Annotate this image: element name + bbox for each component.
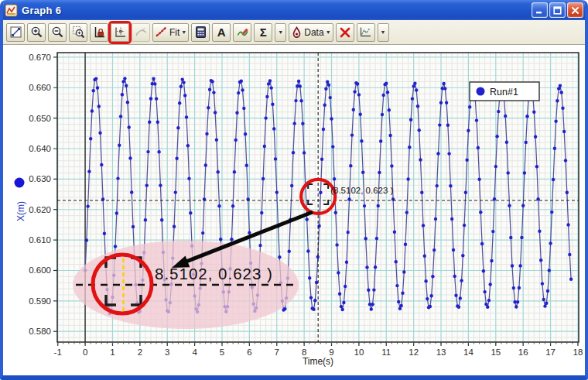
data-caret-icon: ▼ xyxy=(326,29,331,35)
window-icon xyxy=(5,4,18,17)
svg-text:10: 10 xyxy=(354,347,364,357)
svg-text:14: 14 xyxy=(463,347,473,357)
examine-button[interactable] xyxy=(111,23,129,42)
tangent-button[interactable] xyxy=(132,23,150,42)
svg-text:0.620: 0.620 xyxy=(29,205,51,214)
zoom-out-button[interactable] xyxy=(48,23,67,42)
autoscale-button[interactable] xyxy=(6,23,25,42)
examine-icon xyxy=(114,26,127,39)
graph-window: Graph 6 Fit ▼ xyxy=(0,0,588,380)
svg-text:15: 15 xyxy=(491,347,501,357)
x-axis-title: Time(s) xyxy=(303,356,333,367)
svg-text:0.670: 0.670 xyxy=(29,53,51,62)
fit-caret-icon: ▼ xyxy=(181,29,186,35)
svg-text:3: 3 xyxy=(165,347,169,357)
title-bar[interactable]: Graph 6 xyxy=(0,0,588,20)
svg-text:0.640: 0.640 xyxy=(29,144,51,153)
svg-text:18: 18 xyxy=(573,347,583,357)
statistics-caret-icon: ▼ xyxy=(278,29,283,35)
minimize-button[interactable] xyxy=(532,2,548,18)
maximize-button[interactable] xyxy=(549,2,566,18)
zoom-in-button[interactable] xyxy=(27,23,46,42)
curve-fit-icon xyxy=(155,26,168,39)
svg-text:7: 7 xyxy=(275,347,279,357)
zoom-select-button[interactable] xyxy=(69,23,87,42)
svg-text:0.580: 0.580 xyxy=(29,327,51,336)
data-button-label: Data xyxy=(304,27,323,38)
svg-text:5: 5 xyxy=(220,347,224,357)
graph-canvas[interactable]: -10123456789101112131415161718 0.5800.59… xyxy=(3,46,585,375)
svg-text:13: 13 xyxy=(436,347,446,357)
svg-text:17: 17 xyxy=(545,347,556,357)
calculator-button[interactable] xyxy=(191,23,210,42)
window-title: Graph 6 xyxy=(22,5,61,16)
draw-prediction-button[interactable] xyxy=(233,23,251,42)
statistics-icon: Σ xyxy=(260,26,267,39)
svg-text:12: 12 xyxy=(409,347,419,357)
y-axis-color-dot[interactable] xyxy=(15,178,25,188)
tangent-icon xyxy=(135,26,148,39)
graph-options-icon xyxy=(359,26,372,39)
svg-text:0.630: 0.630 xyxy=(29,174,51,183)
svg-text:0.590: 0.590 xyxy=(29,296,51,306)
svg-text:11: 11 xyxy=(381,347,391,357)
text-annotation-icon: A xyxy=(217,26,226,39)
zoom-out-icon xyxy=(51,26,64,39)
svg-text:-1: -1 xyxy=(54,347,62,357)
svg-text:0.610: 0.610 xyxy=(29,235,51,245)
autoscale-icon xyxy=(9,26,22,39)
lock-axes-icon xyxy=(93,26,106,39)
y-axis-title: X(m) xyxy=(15,201,26,221)
calculator-icon xyxy=(194,26,207,39)
data-menu-button[interactable]: Data ▼ xyxy=(289,23,333,42)
statistics-menu-button[interactable]: ▼ xyxy=(275,23,286,42)
svg-text:2: 2 xyxy=(138,347,142,357)
svg-text:0.660: 0.660 xyxy=(29,83,51,92)
zoom-select-icon xyxy=(72,26,85,39)
lock-axes-button[interactable] xyxy=(90,23,108,42)
graph-options-caret-icon: ▼ xyxy=(381,29,386,35)
delete-icon xyxy=(339,26,351,39)
text-annotation-button[interactable]: A xyxy=(212,23,231,42)
legend-label: Run#1 xyxy=(490,87,518,98)
svg-text:6: 6 xyxy=(247,347,251,357)
svg-text:16: 16 xyxy=(518,347,528,357)
data-droplet-icon xyxy=(291,26,303,39)
svg-text:4: 4 xyxy=(192,347,197,357)
close-button[interactable] xyxy=(567,2,583,18)
delete-button[interactable] xyxy=(336,23,354,42)
legend[interactable]: Run#1 xyxy=(470,82,539,101)
svg-text:0.650: 0.650 xyxy=(29,114,51,123)
fit-button-label: Fit xyxy=(169,27,179,38)
graph-options-menu-button[interactable]: ▼ xyxy=(378,23,389,42)
svg-text:0: 0 xyxy=(83,347,87,357)
examine-readout: (8.5102, 0.623 ) xyxy=(330,186,393,195)
legend-marker-icon xyxy=(477,87,485,96)
svg-text:1: 1 xyxy=(110,347,115,357)
curve-fit-button[interactable]: Fit ▼ xyxy=(152,23,189,42)
draw-prediction-icon xyxy=(236,26,249,39)
zoom-in-icon xyxy=(30,26,43,39)
svg-text:0.600: 0.600 xyxy=(29,265,51,275)
y-tick-labels: 0.5800.5900.6000.6100.6200.6300.6400.650… xyxy=(29,53,51,336)
graph-options-button[interactable] xyxy=(357,23,375,42)
toolbar: Fit ▼ A Σ ▼ Data ▼ ▼ xyxy=(3,20,585,45)
statistics-button[interactable]: Σ xyxy=(254,23,272,42)
